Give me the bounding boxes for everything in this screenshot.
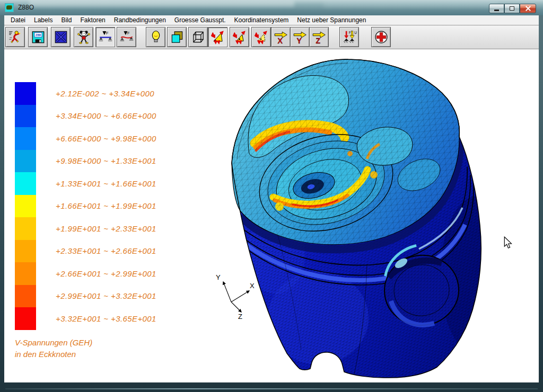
- legend-range-label: +9.98E+000 ~ +1.33E+001: [56, 156, 156, 165]
- menu-bild[interactable]: Bild: [57, 15, 76, 25]
- toolbar-button-loads-supports[interactable]: F U: [339, 27, 359, 47]
- legend-range-label: +3.34E+000 ~ +6.66E+000: [56, 111, 156, 120]
- rotate-x-icon: X: [274, 30, 288, 44]
- window-bottom-edge: [5, 388, 538, 389]
- triad-x-label: X: [250, 282, 255, 290]
- legend-band-row: +6.66E+000 ~ +9.98E+000: [15, 127, 156, 150]
- window-title: Z88O: [18, 4, 34, 11]
- glass-reflection: [323, 1, 498, 7]
- pin-bore-hole: [379, 240, 463, 330]
- quit-x-icon: [54, 30, 68, 44]
- svg-text:U: U: [354, 31, 357, 34]
- close-button[interactable]: [520, 4, 536, 13]
- undeformed-structure-icon: F: [98, 30, 113, 44]
- legend-caption-line2: in den Eckknoten: [15, 349, 156, 361]
- legend-range-label: +6.66E+000 ~ +9.98E+000: [56, 134, 156, 143]
- legend-color-swatch: [15, 262, 36, 285]
- legend-range-label: +1.99E+001 ~ +2.33E+001: [56, 224, 156, 233]
- surface-view-partial-icon: [232, 30, 247, 44]
- toolbar-button-surface-view-partial[interactable]: [230, 27, 249, 47]
- legend-color-swatch: [15, 150, 36, 173]
- legend-band-row: +2.99E+001 ~ +3.32E+001: [15, 285, 156, 308]
- light-bulb-icon: [148, 30, 163, 44]
- legend-range-label: +3.32E+001 ~ +3.65E+001: [56, 314, 156, 323]
- legend-band-row: +1.33E+001 ~ +1.66E+001: [15, 172, 156, 195]
- triad-y-label: Y: [216, 273, 221, 281]
- svg-text:F: F: [348, 31, 351, 34]
- surface-view-solid-icon: [211, 30, 225, 44]
- legend-band-row: +3.32E+001 ~ +3.65E+001: [15, 307, 156, 330]
- svg-text:F: F: [127, 31, 130, 35]
- coordinate-triad: Y X Z: [216, 273, 255, 320]
- maximize-icon: [510, 6, 514, 11]
- legend-color-swatch: [15, 82, 36, 105]
- svg-text:Y: Y: [296, 37, 302, 45]
- legend-band-row: +3.34E+000 ~ +6.66E+000: [15, 105, 156, 128]
- legend-color-swatch: [15, 307, 36, 330]
- toolbar-button-panic-exit[interactable]: [74, 27, 93, 47]
- toolbar-button-light[interactable]: [146, 27, 165, 47]
- minimize-button[interactable]: [489, 4, 504, 13]
- menu-datei[interactable]: Datei: [6, 15, 30, 25]
- legend-band-row: +2.12E-002 ~ +3.34E+000: [15, 82, 156, 105]
- save-z88-icon: Z88: [31, 30, 46, 44]
- stress-legend: +2.12E-002 ~ +3.34E+000 +3.34E+000 ~ +6.…: [15, 82, 156, 361]
- title-bar[interactable]: Z88O: [0, 0, 543, 15]
- rotate-z-icon: Z: [312, 30, 327, 44]
- toolbar-button-rotate-z[interactable]: Z: [309, 27, 329, 47]
- menu-randbedingungen[interactable]: Randbedingungen: [110, 15, 170, 25]
- caption-buttons: [489, 4, 536, 13]
- toolbar-button-undeformed-structure[interactable]: F: [95, 27, 115, 47]
- toolbar-button-solid-surfaces[interactable]: [167, 27, 187, 47]
- menu-bar: Datei Labels Bild Faktoren Randbedingung…: [4, 15, 539, 25]
- legend-caption: V-Spannungen (GEH) in den Eckknoten: [15, 337, 156, 361]
- panic-exit-icon: [76, 30, 91, 44]
- toolbar-button-deformed-structure[interactable]: F: [117, 27, 136, 47]
- toolbar-button-help-cross[interactable]: [371, 27, 391, 47]
- toolbar-button-save-z88[interactable]: Z88: [28, 27, 48, 47]
- legend-band-row: +2.66E+001 ~ +2.99E+001: [15, 262, 156, 285]
- surface-view-outline-icon: [254, 30, 269, 44]
- legend-color-swatch: [15, 172, 36, 195]
- legend-range-label: +2.33E+001 ~ +2.66E+001: [56, 246, 156, 255]
- menu-koordinatensystem[interactable]: Koordinatensystem: [230, 15, 293, 25]
- glass-reflection: [29, 0, 294, 7]
- wireframe-cube-icon: [191, 30, 206, 44]
- legend-band-row: +2.33E+001 ~ +2.66E+001: [15, 240, 156, 263]
- toolbar-button-wireframe-cube[interactable]: [188, 27, 208, 47]
- svg-text:Z: Z: [316, 37, 320, 45]
- toolbar-button-rotate-y[interactable]: Y: [290, 27, 310, 47]
- legend-band-row: +1.99E+001 ~ +2.33E+001: [15, 217, 156, 240]
- maximize-button[interactable]: [504, 4, 520, 13]
- toolbar-button-surface-view-solid[interactable]: [208, 27, 227, 47]
- toolbar-button-quit-x[interactable]: [51, 27, 71, 47]
- menu-labels[interactable]: Labels: [30, 15, 57, 25]
- arrow-cursor-icon: [504, 236, 513, 249]
- svg-text:Z88: Z88: [35, 33, 41, 37]
- combustion-bowl: [249, 120, 404, 245]
- menu-faktoren[interactable]: Faktoren: [76, 15, 109, 25]
- model-viewport: Y X Z: [4, 49, 539, 382]
- toolbar-button-run-z88[interactable]: [5, 27, 25, 47]
- z88o-window: Z88O Datei Labels Bild Faktoren Randbedi…: [0, 0, 543, 392]
- legend-range-label: +2.12E-002 ~ +3.34E+000: [56, 89, 154, 98]
- menu-groesse-gausspt[interactable]: Groesse Gausspt.: [170, 15, 230, 25]
- toolbar-button-rotate-x[interactable]: X: [271, 27, 291, 47]
- svg-text:F: F: [106, 31, 109, 35]
- legend-color-swatch: [15, 217, 36, 240]
- legend-color-swatch: [15, 240, 36, 263]
- legend-color-swatch: [15, 127, 36, 150]
- toolbar-button-surface-view-outline[interactable]: [251, 27, 271, 47]
- svg-text:X: X: [277, 37, 283, 45]
- menu-netz-ueber-spannungen[interactable]: Netz ueber Spannungen: [293, 15, 370, 25]
- legend-caption-line1: V-Spannungen (GEH): [15, 337, 156, 349]
- mouse-cursor: [504, 236, 513, 251]
- legend-color-swatch: [15, 105, 36, 128]
- legend-color-swatch: [15, 285, 36, 308]
- rotate-y-icon: Y: [293, 30, 308, 44]
- toolbar: Z88: [4, 25, 539, 49]
- legend-band-row: +1.66E+001 ~ +1.99E+001: [15, 195, 156, 218]
- solid-surfaces-icon: [170, 30, 185, 44]
- legend-range-label: +1.66E+001 ~ +1.99E+001: [56, 201, 156, 210]
- piston-crown: [232, 59, 459, 245]
